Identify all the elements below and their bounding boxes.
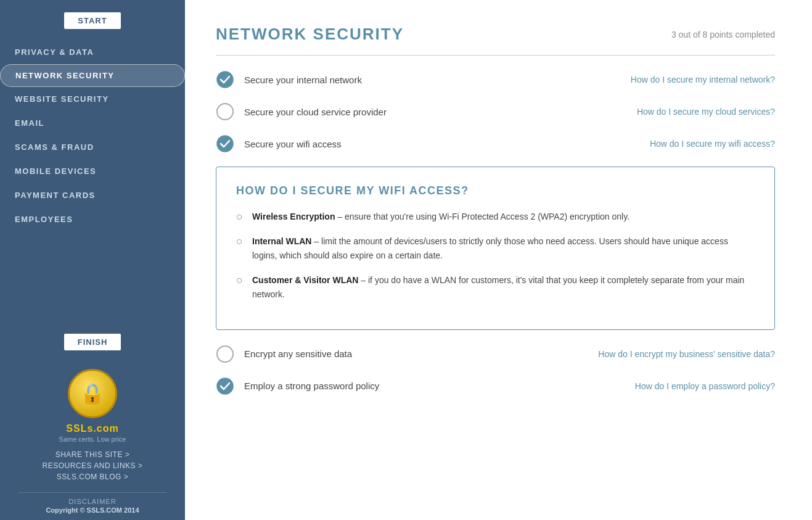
- checklist-item-sensitive-data: Encrypt any sensitive data How do I encr…: [216, 345, 775, 363]
- logo-tagline: Same certs. Low price: [59, 435, 126, 443]
- brand-name: SSLS.COM: [87, 506, 122, 514]
- progress-text: 3 out of 8 points completed: [671, 30, 775, 39]
- main-header: NETWORK SECURITY 3 out of 8 points compl…: [216, 25, 775, 44]
- copyright-text: Copyright © SSLS.COM 2014: [46, 506, 139, 514]
- sidebar-item-website-security[interactable]: WEBSITE SECURITY: [0, 87, 185, 111]
- checklist-text-password: Employ a strong password policy: [244, 381, 623, 391]
- logo-text: SSLs.com: [66, 423, 118, 434]
- checklist-item-wifi: Secure your wifi access How do I secure …: [216, 134, 775, 153]
- nav-list: PRIVACY & DATA NETWORK SECURITY WEBSITE …: [0, 40, 185, 231]
- disclaimer-label: DISCLAIMER: [68, 498, 116, 505]
- info-point-text-1: Wireless Encryption – ensure that you're…: [252, 210, 630, 223]
- sidebar-item-scams-fraud[interactable]: SCAMS & FRAUD: [0, 135, 185, 159]
- sidebar-item-email[interactable]: EMAIL: [0, 111, 185, 135]
- page-title: NETWORK SECURITY: [216, 25, 404, 44]
- checklist-text-wifi: Secure your wifi access: [244, 139, 638, 149]
- sidebar-item-privacy-data[interactable]: PRIVACY & DATA: [0, 40, 185, 64]
- section-divider: [216, 55, 775, 56]
- checklist-link-internal[interactable]: How do I secure my internal network?: [631, 75, 775, 85]
- checklist-text-cloud: Secure your cloud service provider: [244, 107, 625, 117]
- svg-point-2: [217, 136, 233, 152]
- finish-button[interactable]: FINISH: [64, 334, 121, 350]
- bullet-icon-1: ○: [236, 210, 246, 223]
- start-button[interactable]: START: [64, 12, 120, 29]
- checklist-item-password: Employ a strong password policy How do I…: [216, 377, 775, 395]
- check-circle-empty-sensitive: [216, 345, 234, 363]
- blog-link[interactable]: SSLS.COM BLOG >: [57, 473, 129, 481]
- sidebar-divider: [18, 492, 166, 493]
- info-point-customer-wlan: ○ Customer & Visitor WLAN – if you do ha…: [236, 273, 755, 301]
- bullet-icon-2: ○: [236, 235, 246, 248]
- share-site-link[interactable]: SHARE THIS SITE >: [55, 450, 130, 459]
- sidebar-item-employees[interactable]: EMPLOYEES: [0, 207, 185, 231]
- svg-point-3: [217, 346, 233, 362]
- check-circle-filled-wifi: [216, 135, 234, 152]
- logo-circle: 🔒: [68, 369, 117, 418]
- checked-icon-password[interactable]: [216, 377, 234, 395]
- check-circle-empty: [216, 103, 234, 120]
- logo-container: 🔒: [68, 369, 117, 423]
- svg-point-4: [217, 378, 233, 394]
- checklist-link-wifi[interactable]: How do I secure my wifi access?: [650, 139, 775, 149]
- info-point-internal-wlan: ○ Internal WLAN – limit the amount of de…: [236, 234, 755, 262]
- check-circle-filled: [216, 71, 234, 88]
- info-point-text-2: Internal WLAN – limit the amount of devi…: [252, 234, 755, 262]
- info-point-text-3: Customer & Visitor WLAN – if you do have…: [252, 273, 755, 301]
- sidebar-links: SHARE THIS SITE > RESOURCES AND LINKS > …: [43, 450, 143, 481]
- checked-icon-internal[interactable]: [216, 70, 234, 89]
- checklist-item-internal-network: Secure your internal network How do I se…: [216, 70, 775, 89]
- unchecked-icon-cloud[interactable]: [216, 102, 234, 121]
- checklist-item-cloud: Secure your cloud service provider How d…: [216, 102, 775, 121]
- checklist-text-internal: Secure your internal network: [244, 75, 618, 85]
- info-box-title: HOW DO I SECURE MY WIFI ACCESS?: [236, 184, 755, 197]
- check-circle-filled-password: [216, 378, 234, 395]
- sidebar: START PRIVACY & DATA NETWORK SECURITY WE…: [0, 0, 185, 520]
- info-point-wireless-encryption: ○ Wireless Encryption – ensure that you'…: [236, 210, 755, 223]
- lock-icon: 🔒: [80, 382, 105, 405]
- wifi-info-box: HOW DO I SECURE MY WIFI ACCESS? ○ Wirele…: [216, 167, 775, 330]
- unchecked-icon-sensitive[interactable]: [216, 345, 234, 363]
- resources-link[interactable]: RESOURCES AND LINKS >: [43, 461, 143, 470]
- bullet-icon-3: ○: [236, 274, 246, 287]
- sidebar-item-mobile-devices[interactable]: MOBILE DEVICES: [0, 159, 185, 183]
- checklist-link-password[interactable]: How do I employ a password policy?: [635, 381, 775, 391]
- sidebar-item-payment-cards[interactable]: PAYMENT CARDS: [0, 183, 185, 207]
- sidebar-item-network-security[interactable]: NETWORK SECURITY: [0, 64, 185, 87]
- checklist-text-sensitive: Encrypt any sensitive data: [244, 349, 586, 359]
- checklist-link-sensitive[interactable]: How do I encrypt my business' sensitive …: [598, 349, 775, 359]
- checklist-link-cloud[interactable]: How do I secure my cloud services?: [637, 107, 775, 117]
- svg-point-0: [217, 72, 233, 88]
- svg-point-1: [217, 104, 233, 120]
- main-content: NETWORK SECURITY 3 out of 8 points compl…: [185, 0, 812, 520]
- checked-icon-wifi[interactable]: [216, 134, 234, 153]
- sidebar-logo-section: FINISH 🔒 SSLs.com Same certs. Low price …: [0, 334, 185, 520]
